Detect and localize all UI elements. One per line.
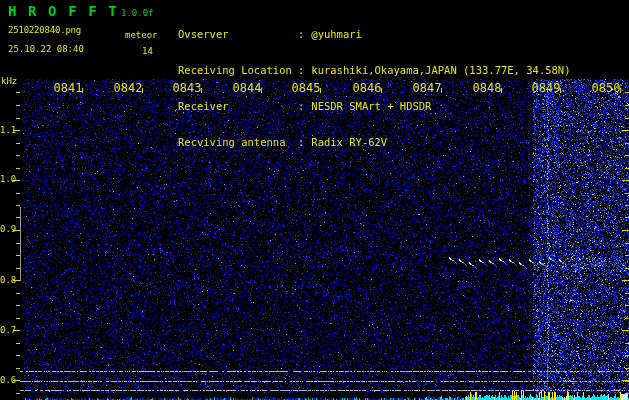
info-row-location: Receiving Location:kurashiki,Okayama,JAP…	[178, 64, 571, 76]
meteor-count: 14	[142, 46, 153, 56]
hrofft-screen: H R O F F T 1.0.0f 2510220840.png meteor…	[0, 0, 629, 400]
app-version: 1.0.0f	[121, 8, 154, 18]
y-tick-label: 0.9	[0, 225, 13, 234]
x-tick-label: 0849	[532, 81, 561, 95]
x-tick-label: 0841	[54, 81, 83, 95]
x-tick-label: 0842	[114, 81, 143, 95]
info-label: Recviving antenna	[178, 136, 298, 148]
x-tick-label: 0850	[592, 81, 621, 95]
y-tick-label: 1.1	[0, 126, 13, 135]
x-tick-label: 0847	[413, 81, 442, 95]
y-tick-label: 1.0	[0, 175, 13, 184]
x-tick-label: 0845	[292, 81, 321, 95]
info-label: Receiving Location	[178, 64, 298, 76]
x-tick-label: 0844	[233, 81, 262, 95]
colon: :	[298, 28, 304, 40]
output-filename: 2510220840.png	[8, 25, 81, 35]
app-title: H R O F F T	[8, 3, 118, 19]
y-axis-unit: kHz	[1, 76, 17, 86]
y-tick-label: 0.6	[0, 376, 13, 385]
x-tick-label: 0843	[173, 81, 202, 95]
info-value: @yuhmari	[311, 28, 362, 40]
info-row-receiver: Receiver:NESDR SMArt + HDSDR	[178, 100, 571, 112]
y-tick-label: 0.8	[0, 276, 13, 285]
info-value: NESDR SMArt + HDSDR	[311, 100, 431, 112]
mode-label: meteor	[125, 30, 158, 40]
info-row-antenna: Recviving antenna:Radix RY-62V	[178, 136, 571, 148]
datetime-label: 25.10.22 08:40	[8, 44, 84, 54]
y-tick-label: 0.7	[0, 326, 13, 335]
info-value: kurashiki,Okayama,JAPAN (133.77E, 34.58N…	[311, 64, 570, 76]
info-row-observer: Ovserver:@yuhmari	[178, 28, 571, 40]
info-value: Radix RY-62V	[311, 136, 387, 148]
colon: :	[298, 64, 304, 76]
colon: :	[298, 136, 304, 148]
info-label: Ovserver	[178, 28, 298, 40]
x-tick-label: 0846	[353, 81, 382, 95]
info-label: Receiver	[178, 100, 298, 112]
x-tick-label: 0848	[473, 81, 502, 95]
colon: :	[298, 100, 304, 112]
